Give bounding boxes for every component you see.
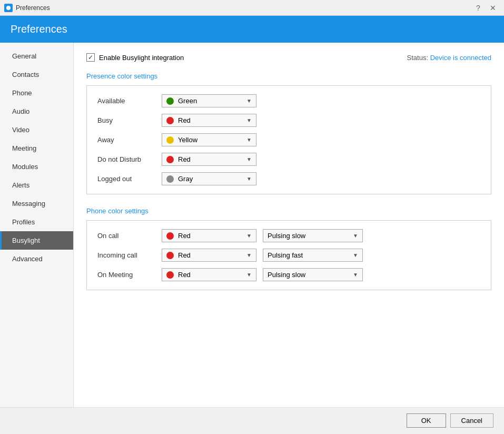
main-layout: GeneralContactsPhoneAudioVideoMeetingMod… bbox=[0, 43, 504, 407]
sidebar-item-modules[interactable]: Modules bbox=[0, 157, 73, 176]
dropdown-arrow-icon: ▼ bbox=[246, 233, 252, 239]
presence-settings-box: Available Green ▼ Busy Red ▼ Away bbox=[86, 85, 491, 194]
enable-left: Enable Busylight integration bbox=[86, 53, 184, 62]
footer: OK Cancel bbox=[0, 407, 504, 433]
presence-label: Do not Disturb bbox=[97, 155, 155, 163]
presence-color-select[interactable]: Green ▼ bbox=[162, 94, 256, 107]
dropdown-arrow-icon: ▼ bbox=[246, 272, 252, 278]
sidebar-item-profiles[interactable]: Profiles bbox=[0, 213, 73, 231]
phone-row: Incoming call Red ▼ Pulsing fast ▼ bbox=[97, 249, 480, 262]
sidebar-item-messaging[interactable]: Messaging bbox=[0, 194, 73, 213]
presence-label: Logged out bbox=[97, 175, 155, 183]
sidebar-item-video[interactable]: Video bbox=[0, 121, 73, 139]
sidebar-item-phone[interactable]: Phone bbox=[0, 84, 73, 102]
presence-label: Available bbox=[97, 97, 155, 105]
phone-color-select[interactable]: Red ▼ bbox=[162, 249, 256, 262]
phone-settings-box: On call Red ▼ Pulsing slow ▼ Incoming ca… bbox=[86, 220, 491, 290]
cancel-button[interactable]: Cancel bbox=[450, 413, 493, 428]
presence-label: Busy bbox=[97, 116, 155, 124]
presence-color-select[interactable]: Yellow ▼ bbox=[162, 133, 256, 146]
pulse-label: Pulsing fast bbox=[268, 251, 303, 259]
color-name: Red bbox=[178, 232, 191, 240]
presence-row: Busy Red ▼ bbox=[97, 114, 480, 127]
presence-color-select[interactable]: Red ▼ bbox=[162, 153, 256, 166]
title-bar: Preferences ? ✕ bbox=[0, 0, 504, 16]
sidebar-item-contacts[interactable]: Contacts bbox=[0, 65, 73, 84]
phone-label: Incoming call bbox=[97, 251, 155, 259]
color-name: Gray bbox=[178, 175, 193, 183]
sidebar: GeneralContactsPhoneAudioVideoMeetingMod… bbox=[0, 43, 74, 407]
presence-color-select[interactable]: Gray ▼ bbox=[162, 172, 256, 185]
pulse-select[interactable]: Pulsing slow ▼ bbox=[263, 229, 363, 242]
dropdown-arrow-icon: ▼ bbox=[246, 252, 252, 258]
sidebar-item-advanced[interactable]: Advanced bbox=[0, 250, 73, 268]
presence-label: Away bbox=[97, 136, 155, 144]
phone-label: On call bbox=[97, 232, 155, 240]
header: Preferences bbox=[0, 16, 504, 43]
title-bar-left: Preferences bbox=[4, 4, 50, 12]
status-area: Status: Device is connected bbox=[407, 54, 491, 62]
pulse-dropdown-arrow-icon: ▼ bbox=[353, 272, 358, 278]
color-name: Red bbox=[178, 116, 191, 124]
dropdown-arrow-icon: ▼ bbox=[246, 137, 252, 143]
presence-row: Away Yellow ▼ bbox=[97, 133, 480, 146]
status-label: Status: bbox=[407, 54, 428, 62]
sidebar-item-meeting[interactable]: Meeting bbox=[0, 139, 73, 157]
status-value: Device is connected bbox=[430, 54, 491, 62]
phone-color-select[interactable]: Red ▼ bbox=[162, 229, 256, 242]
pulse-select[interactable]: Pulsing fast ▼ bbox=[263, 249, 363, 262]
color-name: Yellow bbox=[178, 136, 197, 144]
header-title: Preferences bbox=[11, 23, 67, 35]
phone-section-title: Phone color settings bbox=[86, 207, 491, 215]
dropdown-arrow-icon: ▼ bbox=[246, 98, 252, 104]
dropdown-arrow-icon: ▼ bbox=[246, 117, 252, 123]
enable-row: Enable Busylight integration Status: Dev… bbox=[86, 53, 491, 62]
pulse-label: Pulsing slow bbox=[268, 271, 305, 279]
sidebar-item-busylight[interactable]: Busylight bbox=[0, 231, 73, 250]
close-button[interactable]: ✕ bbox=[486, 2, 500, 14]
phone-row: On call Red ▼ Pulsing slow ▼ bbox=[97, 229, 480, 242]
sidebar-item-general[interactable]: General bbox=[0, 47, 73, 65]
dropdown-arrow-icon: ▼ bbox=[246, 156, 252, 162]
pulse-dropdown-arrow-icon: ▼ bbox=[353, 233, 358, 239]
title-bar-title: Preferences bbox=[16, 4, 50, 12]
color-name: Red bbox=[178, 155, 191, 163]
sidebar-item-audio[interactable]: Audio bbox=[0, 102, 73, 121]
phone-color-select[interactable]: Red ▼ bbox=[162, 268, 256, 281]
enable-label: Enable Busylight integration bbox=[99, 54, 184, 62]
ok-button[interactable]: OK bbox=[407, 413, 446, 428]
pulse-dropdown-arrow-icon: ▼ bbox=[353, 252, 358, 258]
presence-section-title: Presence color settings bbox=[86, 72, 491, 80]
help-button[interactable]: ? bbox=[471, 2, 485, 14]
phone-row: On Meeting Red ▼ Pulsing slow ▼ bbox=[97, 268, 480, 281]
sidebar-item-alerts[interactable]: Alerts bbox=[0, 176, 73, 194]
pulse-select[interactable]: Pulsing slow ▼ bbox=[263, 268, 363, 281]
content-area: Enable Busylight integration Status: Dev… bbox=[74, 43, 504, 407]
enable-checkbox[interactable] bbox=[86, 53, 95, 62]
pulse-label: Pulsing slow bbox=[268, 232, 305, 240]
presence-row: Logged out Gray ▼ bbox=[97, 172, 480, 185]
phone-label: On Meeting bbox=[97, 271, 155, 279]
presence-color-select[interactable]: Red ▼ bbox=[162, 114, 256, 127]
color-name: Red bbox=[178, 271, 191, 279]
color-name: Red bbox=[178, 251, 191, 259]
color-name: Green bbox=[178, 97, 197, 105]
dropdown-arrow-icon: ▼ bbox=[246, 176, 252, 182]
presence-row: Available Green ▼ bbox=[97, 94, 480, 107]
presence-row: Do not Disturb Red ▼ bbox=[97, 153, 480, 166]
app-icon bbox=[4, 4, 13, 12]
title-bar-buttons: ? ✕ bbox=[471, 2, 500, 14]
